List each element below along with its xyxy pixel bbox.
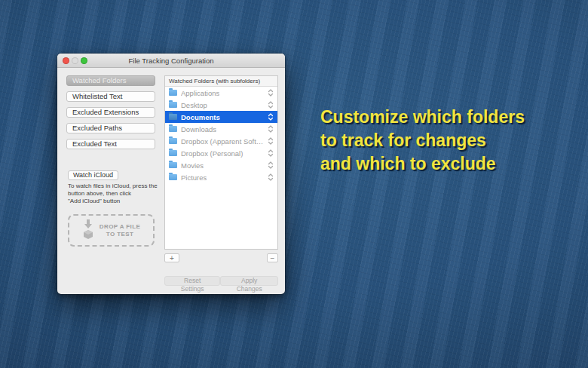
footer-actions: Reset Settings Apply Changes <box>164 276 278 286</box>
folder-row-documents[interactable]: Documents <box>165 111 277 123</box>
drop-file-icon <box>82 219 94 243</box>
folder-icon <box>169 126 177 132</box>
reorder-stepper-icon[interactable] <box>268 173 274 182</box>
sidebar-item-excluded-extensions[interactable]: Excluded Extensions <box>66 107 155 118</box>
apply-changes-button[interactable]: Apply Changes <box>220 276 278 286</box>
help-line: To watch files in iCloud, press the <box>68 182 158 190</box>
reorder-stepper-icon[interactable] <box>268 88 274 97</box>
list-actions: + − <box>164 253 278 262</box>
headline-line: to track for changes <box>320 129 525 152</box>
watched-folders-list: Watched Folders (with subfolders) Applic… <box>164 75 278 250</box>
folder-icon <box>169 138 177 144</box>
folder-row-downloads[interactable]: Downloads <box>165 123 277 135</box>
reorder-stepper-icon[interactable] <box>268 149 274 158</box>
list-header: Watched Folders (with subfolders) <box>165 76 277 87</box>
folder-row-pictures[interactable]: Pictures <box>165 171 277 183</box>
drop-zone-label: DROP A FILE TO TEST <box>100 223 140 238</box>
titlebar[interactable]: File Tracking Configuration <box>57 54 285 68</box>
help-line: "Add iCloud" button <box>68 198 158 205</box>
sidebar-item-excluded-text[interactable]: Excluded Text <box>66 139 155 149</box>
folder-icon <box>169 174 177 180</box>
add-folder-button[interactable]: + <box>164 253 179 262</box>
folder-icon <box>169 114 177 120</box>
reorder-stepper-icon[interactable] <box>268 112 274 121</box>
headline-line: Customize which folders <box>320 106 525 129</box>
folder-row-dropbox-apparent[interactable]: Dropbox (Apparent Software) <box>165 135 277 147</box>
folder-icon <box>169 102 177 108</box>
reorder-stepper-icon[interactable] <box>268 124 274 133</box>
sidebar-item-excluded-paths[interactable]: Excluded Paths <box>66 123 155 133</box>
sidebar-item-whitelisted-text[interactable]: Whitelisted Text <box>66 91 155 102</box>
reset-settings-button[interactable]: Reset Settings <box>164 276 220 286</box>
window-title: File Tracking Configuration <box>57 54 285 68</box>
remove-folder-button[interactable]: − <box>267 253 278 262</box>
reorder-stepper-icon[interactable] <box>268 161 274 170</box>
file-tracking-window: File Tracking Configuration Watched Fold… <box>57 54 285 294</box>
folder-icon <box>169 90 177 96</box>
watch-icloud-button[interactable]: Watch iCloud <box>68 170 118 180</box>
folder-row-dropbox-personal[interactable]: Dropbox (Personal) <box>165 147 277 159</box>
help-line: button above, then click <box>68 190 158 198</box>
folder-row-movies[interactable]: Movies <box>165 159 277 171</box>
sidebar-item-watched-folders[interactable]: Watched Folders <box>66 75 155 86</box>
marketing-headline: Customize which folders to track for cha… <box>320 106 525 176</box>
folder-row-applications[interactable]: Applications <box>165 87 277 99</box>
headline-line: and which to exclude <box>320 152 525 176</box>
reorder-stepper-icon[interactable] <box>268 136 274 146</box>
icloud-help-text: To watch files in iCloud, press the butt… <box>68 182 158 205</box>
folder-icon <box>169 162 177 168</box>
reorder-stepper-icon[interactable] <box>268 100 274 109</box>
folder-row-desktop[interactable]: Desktop <box>165 99 277 111</box>
folder-icon <box>169 150 177 156</box>
drop-file-test-zone[interactable]: DROP A FILE TO TEST <box>68 214 155 247</box>
desktop-wallpaper: Customize which folders to track for cha… <box>0 0 588 368</box>
